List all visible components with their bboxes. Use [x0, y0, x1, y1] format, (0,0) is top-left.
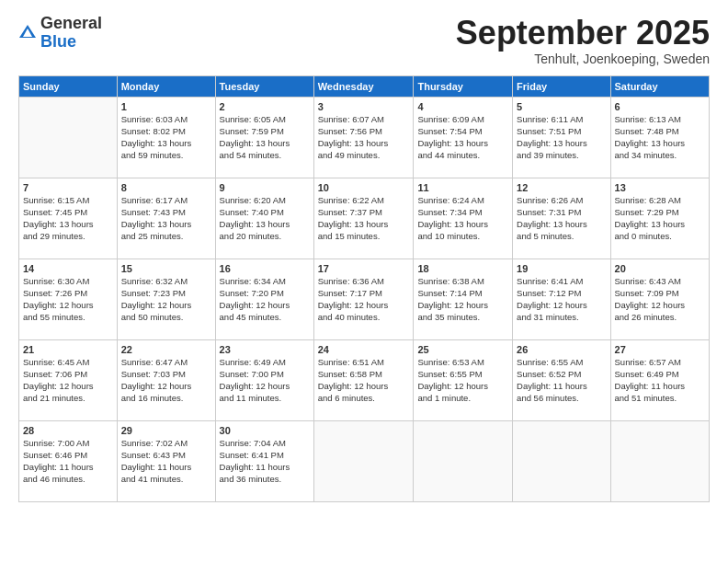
day-number: 27	[615, 343, 705, 357]
day-cell: 10Sunrise: 6:22 AM Sunset: 7:37 PM Dayli…	[313, 178, 414, 259]
week-row-0: 1Sunrise: 6:03 AM Sunset: 8:02 PM Daylig…	[19, 97, 710, 178]
day-info: Sunrise: 6:22 AM Sunset: 7:37 PM Dayligh…	[318, 195, 410, 242]
day-cell: 28Sunrise: 7:00 AM Sunset: 6:46 PM Dayli…	[19, 420, 118, 501]
day-info: Sunrise: 6:49 AM Sunset: 7:00 PM Dayligh…	[220, 357, 310, 404]
day-cell: 6Sunrise: 6:13 AM Sunset: 7:48 PM Daylig…	[610, 97, 709, 178]
day-number: 22	[121, 343, 211, 357]
day-number: 10	[318, 181, 410, 195]
location: Tenhult, Joenkoeping, Sweden	[456, 52, 710, 66]
day-info: Sunrise: 6:38 AM Sunset: 7:14 PM Dayligh…	[417, 276, 508, 323]
day-info: Sunrise: 7:04 AM Sunset: 6:41 PM Dayligh…	[220, 438, 310, 485]
day-number: 9	[220, 181, 310, 195]
day-cell: 9Sunrise: 6:20 AM Sunset: 7:40 PM Daylig…	[215, 178, 313, 259]
day-cell	[19, 97, 118, 178]
day-cell: 12Sunrise: 6:26 AM Sunset: 7:31 PM Dayli…	[513, 178, 610, 259]
day-info: Sunrise: 7:00 AM Sunset: 6:46 PM Dayligh…	[23, 438, 113, 485]
page: General Blue September 2025 Tenhult, Joe…	[0, 0, 728, 563]
week-row-1: 7Sunrise: 6:15 AM Sunset: 7:45 PM Daylig…	[19, 178, 710, 259]
day-cell: 4Sunrise: 6:09 AM Sunset: 7:54 PM Daylig…	[414, 97, 513, 178]
day-number: 18	[417, 262, 508, 276]
day-header-sunday: Sunday	[19, 75, 118, 97]
day-cell: 23Sunrise: 6:49 AM Sunset: 7:00 PM Dayli…	[215, 339, 313, 420]
day-number: 20	[615, 262, 705, 276]
day-info: Sunrise: 6:17 AM Sunset: 7:43 PM Dayligh…	[121, 195, 211, 242]
day-cell: 5Sunrise: 6:11 AM Sunset: 7:51 PM Daylig…	[513, 97, 610, 178]
day-info: Sunrise: 6:47 AM Sunset: 7:03 PM Dayligh…	[121, 357, 211, 404]
day-header-tuesday: Tuesday	[215, 75, 313, 97]
day-cell: 27Sunrise: 6:57 AM Sunset: 6:49 PM Dayli…	[610, 339, 709, 420]
day-cell: 13Sunrise: 6:28 AM Sunset: 7:29 PM Dayli…	[610, 178, 709, 259]
day-cell: 3Sunrise: 6:07 AM Sunset: 7:56 PM Daylig…	[313, 97, 414, 178]
day-cell: 19Sunrise: 6:41 AM Sunset: 7:12 PM Dayli…	[513, 259, 610, 339]
day-cell: 16Sunrise: 6:34 AM Sunset: 7:20 PM Dayli…	[215, 259, 313, 339]
day-info: Sunrise: 6:36 AM Sunset: 7:17 PM Dayligh…	[318, 276, 410, 323]
day-number: 28	[23, 424, 113, 438]
day-number: 30	[220, 424, 310, 438]
day-info: Sunrise: 6:07 AM Sunset: 7:56 PM Dayligh…	[318, 114, 410, 161]
day-number: 8	[121, 181, 211, 195]
day-cell: 22Sunrise: 6:47 AM Sunset: 7:03 PM Dayli…	[117, 339, 215, 420]
day-cell: 24Sunrise: 6:51 AM Sunset: 6:58 PM Dayli…	[313, 339, 414, 420]
day-number: 14	[23, 262, 113, 276]
logo-text: General Blue	[40, 15, 102, 52]
day-cell: 21Sunrise: 6:45 AM Sunset: 7:06 PM Dayli…	[19, 339, 118, 420]
day-cell: 15Sunrise: 6:32 AM Sunset: 7:23 PM Dayli…	[117, 259, 215, 339]
day-number: 7	[23, 181, 113, 195]
day-number: 17	[318, 262, 410, 276]
day-cell: 20Sunrise: 6:43 AM Sunset: 7:09 PM Dayli…	[610, 259, 709, 339]
day-info: Sunrise: 6:51 AM Sunset: 6:58 PM Dayligh…	[318, 357, 410, 404]
day-info: Sunrise: 6:03 AM Sunset: 8:02 PM Dayligh…	[121, 114, 211, 161]
day-cell	[414, 420, 513, 501]
day-number: 26	[517, 343, 606, 357]
day-cell: 25Sunrise: 6:53 AM Sunset: 6:55 PM Dayli…	[414, 339, 513, 420]
title-block: September 2025 Tenhult, Joenkoeping, Swe…	[456, 15, 710, 66]
day-info: Sunrise: 6:15 AM Sunset: 7:45 PM Dayligh…	[23, 195, 113, 242]
day-cell: 17Sunrise: 6:36 AM Sunset: 7:17 PM Dayli…	[313, 259, 414, 339]
day-info: Sunrise: 7:02 AM Sunset: 6:43 PM Dayligh…	[121, 438, 211, 485]
day-cell: 2Sunrise: 6:05 AM Sunset: 7:59 PM Daylig…	[215, 97, 313, 178]
day-number: 12	[517, 181, 606, 195]
day-info: Sunrise: 6:11 AM Sunset: 7:51 PM Dayligh…	[517, 114, 606, 161]
day-number: 23	[220, 343, 310, 357]
header: General Blue September 2025 Tenhult, Joe…	[18, 15, 710, 66]
day-number: 25	[417, 343, 508, 357]
day-header-thursday: Thursday	[414, 75, 513, 97]
day-number: 1	[121, 100, 211, 114]
day-header-saturday: Saturday	[610, 75, 709, 97]
day-cell: 18Sunrise: 6:38 AM Sunset: 7:14 PM Dayli…	[414, 259, 513, 339]
day-info: Sunrise: 6:30 AM Sunset: 7:26 PM Dayligh…	[23, 276, 113, 323]
week-row-2: 14Sunrise: 6:30 AM Sunset: 7:26 PM Dayli…	[19, 259, 710, 339]
day-number: 19	[517, 262, 606, 276]
day-info: Sunrise: 6:57 AM Sunset: 6:49 PM Dayligh…	[615, 357, 705, 404]
day-cell: 29Sunrise: 7:02 AM Sunset: 6:43 PM Dayli…	[117, 420, 215, 501]
day-info: Sunrise: 6:43 AM Sunset: 7:09 PM Dayligh…	[615, 276, 705, 323]
day-cell: 14Sunrise: 6:30 AM Sunset: 7:26 PM Dayli…	[19, 259, 118, 339]
logo-icon	[18, 24, 37, 42]
day-cell: 26Sunrise: 6:55 AM Sunset: 6:52 PM Dayli…	[513, 339, 610, 420]
day-number: 15	[121, 262, 211, 276]
day-number: 29	[121, 424, 211, 438]
day-info: Sunrise: 6:32 AM Sunset: 7:23 PM Dayligh…	[121, 276, 211, 323]
day-info: Sunrise: 6:24 AM Sunset: 7:34 PM Dayligh…	[417, 195, 508, 242]
day-number: 6	[615, 100, 705, 114]
logo-general: General	[40, 15, 102, 33]
day-info: Sunrise: 6:41 AM Sunset: 7:12 PM Dayligh…	[517, 276, 606, 323]
calendar-header: SundayMondayTuesdayWednesdayThursdayFrid…	[19, 75, 710, 97]
header-row: SundayMondayTuesdayWednesdayThursdayFrid…	[19, 75, 710, 97]
calendar-body: 1Sunrise: 6:03 AM Sunset: 8:02 PM Daylig…	[19, 97, 710, 501]
day-number: 16	[220, 262, 310, 276]
day-cell: 8Sunrise: 6:17 AM Sunset: 7:43 PM Daylig…	[117, 178, 215, 259]
week-row-3: 21Sunrise: 6:45 AM Sunset: 7:06 PM Dayli…	[19, 339, 710, 420]
day-number: 3	[318, 100, 410, 114]
day-info: Sunrise: 6:20 AM Sunset: 7:40 PM Dayligh…	[220, 195, 310, 242]
day-number: 13	[615, 181, 705, 195]
day-cell: 11Sunrise: 6:24 AM Sunset: 7:34 PM Dayli…	[414, 178, 513, 259]
day-number: 5	[517, 100, 606, 114]
day-info: Sunrise: 6:26 AM Sunset: 7:31 PM Dayligh…	[517, 195, 606, 242]
month-title: September 2025	[456, 15, 710, 52]
day-cell	[313, 420, 414, 501]
day-header-monday: Monday	[117, 75, 215, 97]
day-cell: 1Sunrise: 6:03 AM Sunset: 8:02 PM Daylig…	[117, 97, 215, 178]
day-number: 11	[417, 181, 508, 195]
day-header-friday: Friday	[513, 75, 610, 97]
